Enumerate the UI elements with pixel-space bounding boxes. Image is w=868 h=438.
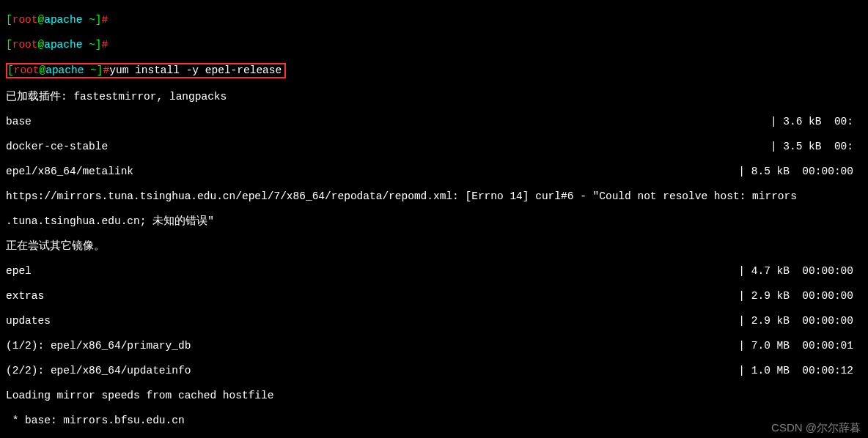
download-updateinfo: (2/2): epel/x86_64/updateinfo| 1.0 MB 00… xyxy=(6,365,862,377)
command-text: yum install -y epel-release xyxy=(109,64,282,76)
repo-epel: epel| 4.7 kB 00:00:00 xyxy=(6,265,862,278)
repo-docker: docker-ce-stable| 3.5 kB 00: xyxy=(6,141,862,153)
repo-metalink: epel/x86_64/metalink| 8.5 kB 00:00:00 xyxy=(6,166,862,178)
loading-mirrors: Loading mirror speeds from cached hostfi… xyxy=(6,390,862,402)
repo-updates: updates| 2.9 kB 00:00:00 xyxy=(6,315,862,327)
terminal-output: [root@apache ~]# [root@apache ~]# [root@… xyxy=(0,0,868,438)
prompt-with-command[interactable]: [root@apache ~]#yum install -y epel-rele… xyxy=(6,64,862,78)
repo-base: base| 3.6 kB 00: xyxy=(6,116,862,128)
loaded-plugins: 已加载插件: fastestmirror, langpacks xyxy=(6,91,862,103)
prompt-line[interactable]: [root@apache ~]# xyxy=(6,14,862,26)
prompt-line[interactable]: [root@apache ~]# xyxy=(6,39,862,51)
error-line: .tuna.tsinghua.edu.cn; 未知的错误" xyxy=(6,215,862,228)
error-line: https://mirrors.tuna.tsinghua.edu.cn/epe… xyxy=(6,190,862,203)
trying-mirrors: 正在尝试其它镜像。 xyxy=(6,240,862,253)
mirror-base: * base: mirrors.bfsu.edu.cn xyxy=(6,415,862,427)
repo-extras: extras| 2.9 kB 00:00:00 xyxy=(6,290,862,302)
download-primary-db: (1/2): epel/x86_64/primary_db| 7.0 MB 00… xyxy=(6,340,862,352)
